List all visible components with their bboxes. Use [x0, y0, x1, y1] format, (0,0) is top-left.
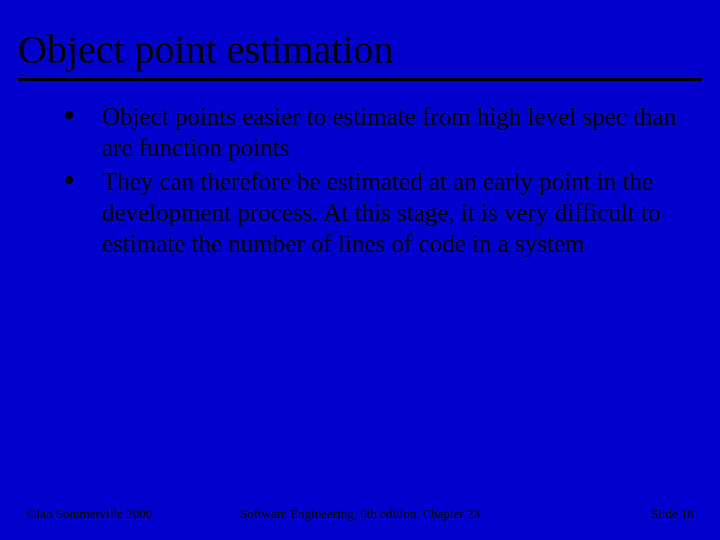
title-area: Object point estimation	[0, 0, 720, 81]
bullet-list: Object points easier to estimate from hi…	[60, 101, 680, 259]
footer-left: ©Ian Sommerville 2000	[26, 506, 152, 522]
list-item: Object points easier to estimate from hi…	[60, 101, 680, 164]
bullet-text: Object points easier to estimate from hi…	[102, 103, 676, 161]
bullet-icon	[65, 111, 73, 119]
footer: ©Ian Sommerville 2000 Software Engineeri…	[0, 506, 720, 522]
footer-right: Slide 18	[651, 506, 694, 522]
slide-title: Object point estimation	[18, 28, 702, 72]
footer-center: Software Engineering, 6th edition. Chapt…	[240, 506, 480, 522]
bullet-text: They can therefore be estimated at an ea…	[102, 168, 660, 258]
content-area: Object points easier to estimate from hi…	[0, 81, 720, 259]
list-item: They can therefore be estimated at an ea…	[60, 166, 680, 260]
bullet-icon	[65, 176, 73, 184]
